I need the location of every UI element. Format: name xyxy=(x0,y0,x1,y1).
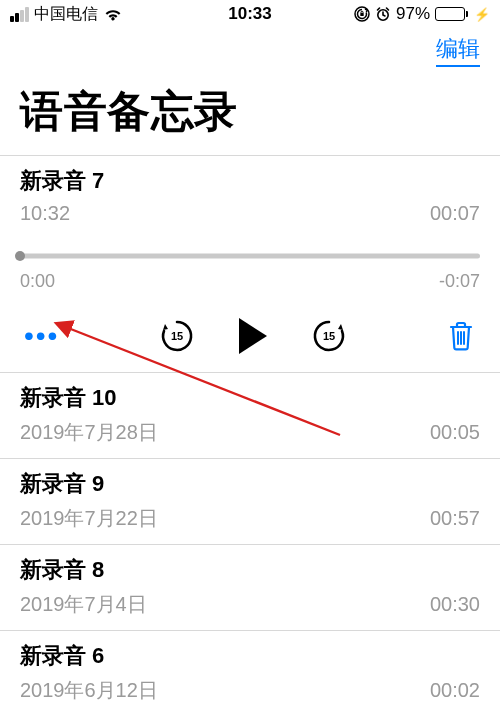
skip-back-label: 15 xyxy=(171,330,183,342)
status-bar: 中国电信 10:33 97% ⚡ xyxy=(0,0,500,28)
scrub-time-elapsed: 0:00 xyxy=(20,271,55,292)
recording-date: 2019年7月28日 xyxy=(20,419,158,446)
recording-duration: 00:07 xyxy=(430,202,480,225)
list-item[interactable]: 新录音 82019年7月4日00:30 xyxy=(0,545,500,631)
nav-bar: 编辑 xyxy=(0,28,500,67)
recording-title: 新录音 8 xyxy=(20,555,480,585)
svg-rect-1 xyxy=(360,13,363,16)
edit-button[interactable]: 编辑 xyxy=(436,34,480,67)
recording-duration: 00:05 xyxy=(430,421,480,444)
recording-title: 新录音 7 xyxy=(20,166,480,196)
status-time: 10:33 xyxy=(228,4,271,24)
recording-title: 新录音 10 xyxy=(20,383,480,413)
battery-percent: 97% xyxy=(396,4,430,24)
recording-date: 2019年6月12日 xyxy=(20,677,158,704)
recording-title: 新录音 9 xyxy=(20,469,480,499)
more-options-button[interactable]: ••• xyxy=(24,322,59,350)
play-button[interactable] xyxy=(239,318,267,354)
playback-scrubber[interactable] xyxy=(20,249,480,263)
recording-date: 2019年7月22日 xyxy=(20,505,158,532)
recording-duration: 00:57 xyxy=(430,507,480,530)
skip-fwd-label: 15 xyxy=(323,330,335,342)
expanded-recording: 新录音 7 10:32 00:07 0:00 -0:07 ••• 15 xyxy=(0,156,500,373)
charging-icon: ⚡ xyxy=(474,7,490,22)
signal-icon xyxy=(10,7,29,22)
scrubber-thumb[interactable] xyxy=(15,251,25,261)
alarm-icon xyxy=(375,6,391,22)
status-left: 中国电信 xyxy=(10,4,123,25)
wifi-icon xyxy=(103,7,123,21)
recording-duration: 00:02 xyxy=(430,679,480,702)
recording-title: 新录音 6 xyxy=(20,641,480,671)
recording-date: 2019年7月4日 xyxy=(20,591,147,618)
scrubber-track xyxy=(20,254,480,259)
recording-timestamp: 10:32 xyxy=(20,202,70,225)
scrub-time-remaining: -0:07 xyxy=(439,271,480,292)
status-right: 97% ⚡ xyxy=(354,4,490,24)
play-icon xyxy=(239,318,267,354)
list-item[interactable]: 新录音 62019年6月12日00:02 xyxy=(0,631,500,711)
battery-icon xyxy=(435,7,468,21)
recording-duration: 00:30 xyxy=(430,593,480,616)
playback-controls: 15 15 xyxy=(159,318,347,354)
orientation-lock-icon xyxy=(354,6,370,22)
skip-back-15-button[interactable]: 15 xyxy=(159,318,195,354)
recordings-list: 新录音 102019年7月28日00:05新录音 92019年7月22日00:5… xyxy=(0,373,500,711)
page-title: 语音备忘录 xyxy=(0,67,500,155)
list-item[interactable]: 新录音 102019年7月28日00:05 xyxy=(0,373,500,459)
skip-forward-15-button[interactable]: 15 xyxy=(311,318,347,354)
carrier-label: 中国电信 xyxy=(34,4,98,25)
delete-button[interactable] xyxy=(446,319,476,353)
list-item[interactable]: 新录音 92019年7月22日00:57 xyxy=(0,459,500,545)
